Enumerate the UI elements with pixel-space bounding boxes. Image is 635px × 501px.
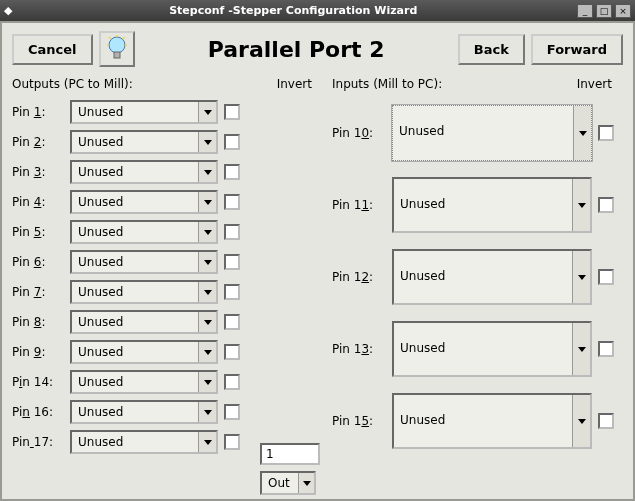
input-pin-combo[interactable]: Unused: [392, 321, 592, 377]
input-pin-combo[interactable]: Unused: [392, 393, 592, 449]
chevron-down-icon: [573, 106, 591, 160]
input-pin-combo[interactable]: Unused: [392, 249, 592, 305]
output-pin-combo[interactable]: Unused: [70, 220, 218, 244]
input-pin-combo[interactable]: Unused: [392, 105, 592, 161]
input-pin-row: Pin 12:Unused: [332, 241, 614, 313]
pin-label: Pin 7:: [12, 285, 64, 299]
output-invert-checkbox[interactable]: [224, 104, 240, 120]
svg-rect-1: [114, 52, 120, 58]
output-pin-value: Unused: [72, 252, 198, 272]
output-invert-checkbox[interactable]: [224, 344, 240, 360]
pin-label: Pin 17:: [12, 435, 64, 449]
pin-label: Pin 16:: [12, 405, 64, 419]
outputs-column: Outputs (PC to Mill): Invert Pin 1:Unuse…: [12, 77, 312, 457]
input-invert-checkbox[interactable]: [598, 269, 614, 285]
back-button[interactable]: Back: [458, 34, 525, 65]
output-pin-combo[interactable]: Unused: [70, 100, 218, 124]
close-button[interactable]: ×: [615, 4, 631, 18]
output-invert-checkbox[interactable]: [224, 224, 240, 240]
output-invert-checkbox[interactable]: [224, 194, 240, 210]
output-invert-checkbox[interactable]: [224, 404, 240, 420]
output-pin-combo[interactable]: Unused: [70, 310, 218, 334]
pin-label: Pin 5:: [12, 225, 64, 239]
inputs-invert-label: Invert: [572, 77, 612, 91]
chevron-down-icon: [198, 342, 216, 362]
output-pin-row: Pin 3:Unused: [12, 157, 312, 187]
chevron-down-icon: [198, 192, 216, 212]
output-pin-combo[interactable]: Unused: [70, 160, 218, 184]
output-pin-combo[interactable]: Unused: [70, 400, 218, 424]
input-pin-value: Unused: [394, 251, 572, 303]
pin-label: Pin 8:: [12, 315, 64, 329]
input-invert-checkbox[interactable]: [598, 341, 614, 357]
window-title: Stepconf -Stepper Configuration Wizard: [12, 4, 574, 17]
output-pin-row: Pin 7:Unused: [12, 277, 312, 307]
output-invert-checkbox[interactable]: [224, 314, 240, 330]
chevron-down-icon: [198, 402, 216, 422]
port-number-input[interactable]: 1: [260, 443, 320, 465]
output-pin-combo[interactable]: Unused: [70, 340, 218, 364]
input-pin-combo[interactable]: Unused: [392, 177, 592, 233]
output-invert-checkbox[interactable]: [224, 164, 240, 180]
pin-label: Pin 13:: [332, 342, 386, 356]
pin-label: Pin 3:: [12, 165, 64, 179]
output-invert-checkbox[interactable]: [224, 254, 240, 270]
output-pin-value: Unused: [72, 342, 198, 362]
output-invert-checkbox[interactable]: [224, 134, 240, 150]
input-invert-checkbox[interactable]: [598, 197, 614, 213]
pin-label: Pin 14:: [12, 375, 64, 389]
top-toolbar: Cancel Parallel Port 2 Back Forward: [2, 23, 633, 73]
output-pin-row: Pin 16:Unused: [12, 397, 312, 427]
outputs-header: Outputs (PC to Mill): Invert: [12, 77, 312, 91]
pin-label: Pin 6:: [12, 255, 64, 269]
pin-label: Pin 11:: [332, 198, 386, 212]
output-pin-value: Unused: [72, 162, 198, 182]
port-mode-combo[interactable]: Out: [260, 471, 316, 495]
output-pin-value: Unused: [72, 282, 198, 302]
output-invert-checkbox[interactable]: [224, 284, 240, 300]
chevron-down-icon: [198, 312, 216, 332]
input-pin-value: Unused: [394, 395, 572, 447]
chevron-down-icon: [198, 252, 216, 272]
inputs-header: Inputs (Mill to PC): Invert: [332, 77, 612, 91]
titlebar: ◆ Stepconf -Stepper Configuration Wizard…: [0, 0, 635, 21]
output-invert-checkbox[interactable]: [224, 434, 240, 450]
output-pin-combo[interactable]: Unused: [70, 370, 218, 394]
pin-label: Pin 1:: [12, 105, 64, 119]
output-pin-row: Pin 6:Unused: [12, 247, 312, 277]
output-pin-combo[interactable]: Unused: [70, 190, 218, 214]
forward-button[interactable]: Forward: [531, 34, 623, 65]
svg-point-0: [109, 37, 125, 53]
input-invert-checkbox[interactable]: [598, 413, 614, 429]
output-pin-combo[interactable]: Unused: [70, 130, 218, 154]
chevron-down-icon: [572, 251, 590, 303]
chevron-down-icon: [572, 323, 590, 375]
output-pin-combo[interactable]: Unused: [70, 280, 218, 304]
output-pin-combo[interactable]: Unused: [70, 430, 218, 454]
pin-label: Pin 2:: [12, 135, 64, 149]
minimize-button[interactable]: _: [577, 4, 593, 18]
chevron-down-icon: [572, 395, 590, 447]
input-pin-row: Pin 10:Unused: [332, 97, 614, 169]
output-invert-checkbox[interactable]: [224, 374, 240, 390]
output-pin-row: Pin 8:Unused: [12, 307, 312, 337]
output-pin-value: Unused: [72, 402, 198, 422]
pin-label: Pin 12:: [332, 270, 386, 284]
chevron-down-icon: [198, 372, 216, 392]
content-area: Outputs (PC to Mill): Invert Pin 1:Unuse…: [2, 73, 633, 467]
output-pin-value: Unused: [72, 132, 198, 152]
chevron-down-icon: [198, 432, 216, 452]
chevron-down-icon: [198, 102, 216, 122]
output-pin-combo[interactable]: Unused: [70, 250, 218, 274]
output-pin-value: Unused: [72, 222, 198, 242]
input-pin-row: Pin 11:Unused: [332, 169, 614, 241]
chevron-down-icon: [198, 282, 216, 302]
cancel-button[interactable]: Cancel: [12, 34, 93, 65]
input-invert-checkbox[interactable]: [598, 125, 614, 141]
output-pin-row: Pin 9:Unused: [12, 337, 312, 367]
maximize-button[interactable]: □: [596, 4, 612, 18]
hint-bulb-button[interactable]: [99, 31, 135, 67]
extra-controls: 1 Out: [260, 443, 320, 495]
inputs-column: Inputs (Mill to PC): Invert Pin 10:Unuse…: [332, 77, 614, 457]
pin-label: Pin 4:: [12, 195, 64, 209]
